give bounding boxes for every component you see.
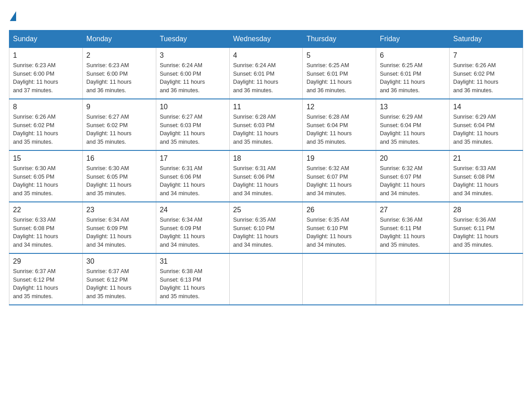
day-number: 14: [453, 103, 519, 111]
day-number: 2: [86, 51, 152, 60]
day-number: 5: [306, 51, 372, 60]
day-number: 26: [306, 206, 372, 214]
day-cell: 8Sunrise: 6:26 AMSunset: 6:02 PMDaylight…: [9, 99, 83, 150]
calendar-body: 1Sunrise: 6:23 AMSunset: 6:00 PMDaylight…: [9, 47, 523, 305]
day-number: 3: [160, 51, 226, 60]
day-cell: [376, 253, 450, 305]
day-info: Sunrise: 6:28 AMSunset: 6:03 PMDaylight:…: [233, 113, 299, 146]
day-cell: 3Sunrise: 6:24 AMSunset: 6:00 PMDaylight…: [156, 47, 229, 99]
day-cell: 14Sunrise: 6:29 AMSunset: 6:04 PMDayligh…: [450, 99, 523, 150]
day-info: Sunrise: 6:28 AMSunset: 6:04 PMDaylight:…: [306, 113, 372, 146]
day-info: Sunrise: 6:31 AMSunset: 6:06 PMDaylight:…: [160, 164, 226, 198]
day-info: Sunrise: 6:35 AMSunset: 6:10 PMDaylight:…: [233, 216, 299, 249]
day-info: Sunrise: 6:37 AMSunset: 6:12 PMDaylight:…: [86, 267, 152, 301]
col-tuesday: Tuesday: [156, 30, 229, 47]
day-number: 1: [13, 51, 79, 60]
day-cell: 10Sunrise: 6:27 AMSunset: 6:03 PMDayligh…: [156, 99, 229, 150]
day-cell: 6Sunrise: 6:25 AMSunset: 6:01 PMDaylight…: [376, 47, 450, 99]
day-cell: 25Sunrise: 6:35 AMSunset: 6:10 PMDayligh…: [229, 202, 303, 253]
day-info: Sunrise: 6:37 AMSunset: 6:12 PMDaylight:…: [13, 267, 79, 301]
day-cell: 28Sunrise: 6:36 AMSunset: 6:11 PMDayligh…: [450, 202, 523, 253]
week-row-3: 15Sunrise: 6:30 AMSunset: 6:05 PMDayligh…: [9, 150, 523, 202]
day-cell: 1Sunrise: 6:23 AMSunset: 6:00 PMDaylight…: [9, 47, 83, 99]
day-cell: 16Sunrise: 6:30 AMSunset: 6:05 PMDayligh…: [82, 150, 156, 202]
day-info: Sunrise: 6:33 AMSunset: 6:08 PMDaylight:…: [13, 216, 79, 249]
day-info: Sunrise: 6:26 AMSunset: 6:02 PMDaylight:…: [453, 61, 519, 95]
day-cell: 29Sunrise: 6:37 AMSunset: 6:12 PMDayligh…: [9, 253, 83, 305]
col-monday: Monday: [82, 30, 156, 47]
day-info: Sunrise: 6:36 AMSunset: 6:11 PMDaylight:…: [380, 216, 446, 249]
day-info: Sunrise: 6:29 AMSunset: 6:04 PMDaylight:…: [380, 113, 446, 146]
day-cell: 21Sunrise: 6:33 AMSunset: 6:08 PMDayligh…: [450, 150, 523, 202]
day-cell: [229, 253, 303, 305]
day-info: Sunrise: 6:23 AMSunset: 6:00 PMDaylight:…: [86, 61, 152, 95]
week-row-5: 29Sunrise: 6:37 AMSunset: 6:12 PMDayligh…: [9, 253, 523, 305]
day-info: Sunrise: 6:23 AMSunset: 6:00 PMDaylight:…: [13, 61, 79, 95]
day-cell: 24Sunrise: 6:34 AMSunset: 6:09 PMDayligh…: [156, 202, 229, 253]
day-cell: 11Sunrise: 6:28 AMSunset: 6:03 PMDayligh…: [229, 99, 303, 150]
day-info: Sunrise: 6:24 AMSunset: 6:01 PMDaylight:…: [233, 61, 299, 95]
day-info: Sunrise: 6:25 AMSunset: 6:01 PMDaylight:…: [380, 61, 446, 95]
day-cell: 5Sunrise: 6:25 AMSunset: 6:01 PMDaylight…: [303, 47, 376, 99]
day-cell: 22Sunrise: 6:33 AMSunset: 6:08 PMDayligh…: [9, 202, 83, 253]
day-number: 19: [306, 154, 372, 163]
day-info: Sunrise: 6:25 AMSunset: 6:01 PMDaylight:…: [306, 61, 372, 95]
day-number: 13: [380, 103, 446, 111]
day-info: Sunrise: 6:29 AMSunset: 6:04 PMDaylight:…: [453, 113, 519, 146]
page-header: [9, 9, 523, 21]
day-number: 12: [306, 103, 372, 111]
day-number: 18: [233, 154, 299, 163]
day-info: Sunrise: 6:38 AMSunset: 6:13 PMDaylight:…: [160, 267, 226, 301]
day-cell: 9Sunrise: 6:27 AMSunset: 6:02 PMDaylight…: [82, 99, 156, 150]
calendar-table: Sunday Monday Tuesday Wednesday Thursday…: [9, 30, 523, 305]
day-number: 22: [13, 206, 79, 214]
day-number: 11: [233, 103, 299, 111]
day-number: 17: [160, 154, 226, 163]
day-number: 6: [380, 51, 446, 60]
day-info: Sunrise: 6:33 AMSunset: 6:08 PMDaylight:…: [453, 164, 519, 198]
col-sunday: Sunday: [9, 30, 83, 47]
day-number: 24: [160, 206, 226, 214]
day-number: 4: [233, 51, 299, 60]
day-number: 15: [13, 154, 79, 163]
day-cell: 15Sunrise: 6:30 AMSunset: 6:05 PMDayligh…: [9, 150, 83, 202]
calendar-header: Sunday Monday Tuesday Wednesday Thursday…: [9, 30, 523, 47]
day-number: 29: [13, 257, 79, 265]
day-number: 30: [86, 257, 152, 265]
day-info: Sunrise: 6:26 AMSunset: 6:02 PMDaylight:…: [13, 113, 79, 146]
day-info: Sunrise: 6:24 AMSunset: 6:00 PMDaylight:…: [160, 61, 226, 95]
day-cell: [450, 253, 523, 305]
day-info: Sunrise: 6:30 AMSunset: 6:05 PMDaylight:…: [13, 164, 79, 198]
day-cell: 26Sunrise: 6:35 AMSunset: 6:10 PMDayligh…: [303, 202, 376, 253]
week-row-1: 1Sunrise: 6:23 AMSunset: 6:00 PMDaylight…: [9, 47, 523, 99]
logo-triangle-icon: [10, 11, 16, 21]
week-row-2: 8Sunrise: 6:26 AMSunset: 6:02 PMDaylight…: [9, 99, 523, 150]
week-row-4: 22Sunrise: 6:33 AMSunset: 6:08 PMDayligh…: [9, 202, 523, 253]
day-cell: [303, 253, 376, 305]
day-number: 10: [160, 103, 226, 111]
day-cell: 17Sunrise: 6:31 AMSunset: 6:06 PMDayligh…: [156, 150, 229, 202]
day-number: 23: [86, 206, 152, 214]
day-cell: 31Sunrise: 6:38 AMSunset: 6:13 PMDayligh…: [156, 253, 229, 305]
day-number: 25: [233, 206, 299, 214]
day-info: Sunrise: 6:27 AMSunset: 6:03 PMDaylight:…: [160, 113, 226, 146]
day-info: Sunrise: 6:27 AMSunset: 6:02 PMDaylight:…: [86, 113, 152, 146]
day-cell: 18Sunrise: 6:31 AMSunset: 6:06 PMDayligh…: [229, 150, 303, 202]
day-cell: 19Sunrise: 6:32 AMSunset: 6:07 PMDayligh…: [303, 150, 376, 202]
day-number: 27: [380, 206, 446, 214]
logo: [9, 9, 16, 21]
day-cell: 30Sunrise: 6:37 AMSunset: 6:12 PMDayligh…: [82, 253, 156, 305]
day-number: 21: [453, 154, 519, 163]
day-number: 20: [380, 154, 446, 163]
day-cell: 7Sunrise: 6:26 AMSunset: 6:02 PMDaylight…: [450, 47, 523, 99]
day-info: Sunrise: 6:31 AMSunset: 6:06 PMDaylight:…: [233, 164, 299, 198]
day-info: Sunrise: 6:34 AMSunset: 6:09 PMDaylight:…: [86, 216, 152, 249]
col-friday: Friday: [376, 30, 450, 47]
day-info: Sunrise: 6:34 AMSunset: 6:09 PMDaylight:…: [160, 216, 226, 249]
day-number: 7: [453, 51, 519, 60]
day-number: 16: [86, 154, 152, 163]
day-number: 28: [453, 206, 519, 214]
day-number: 31: [160, 257, 226, 265]
day-cell: 13Sunrise: 6:29 AMSunset: 6:04 PMDayligh…: [376, 99, 450, 150]
day-info: Sunrise: 6:32 AMSunset: 6:07 PMDaylight:…: [306, 164, 372, 198]
